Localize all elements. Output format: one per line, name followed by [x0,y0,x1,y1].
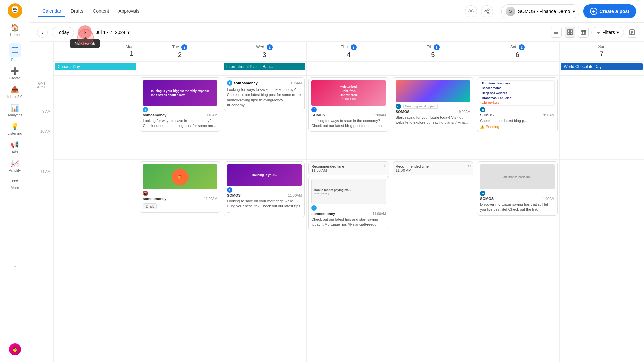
all-day-mon: Canada Day [54,62,138,75]
sun-11am-cell[interactable] [560,160,644,203]
post-card-thu-11am[interactable]: Goblin mode: paying off... somosmoney t … [308,176,389,230]
refresh-icon: ↻ [383,164,387,168]
ads-icon: 📢 [11,141,19,149]
canada-day-event[interactable]: Canada Day [55,63,136,70]
svg-point-4 [13,8,14,9]
calendar-toolbar: ‹ Today › Next week Jul 1 - 7, 2024 ▾ Fi… [30,23,644,42]
day-header-wed: Wed 2 3 [222,42,307,61]
post-image-preview: Goblin mode: paying off... somosmoney [311,179,386,204]
tab-content[interactable]: Content [89,6,113,17]
gmt-label: GMT -07:00 [30,79,53,92]
date-range-picker[interactable]: Jul 1 - 7, 2024 ▾ [96,29,130,35]
sat-10am-cell[interactable] [475,119,559,160]
sidebar-item-ads[interactable]: 📢 Ads [0,138,30,157]
svg-rect-6 [12,47,18,53]
sun-9am-cell[interactable] [560,76,644,119]
settings-button[interactable] [465,5,477,17]
thu-recommended-time[interactable]: Recommended time 11:00 AM ↻ [308,161,389,175]
wed-10am-cell[interactable] [222,119,306,160]
create-post-button[interactable]: + Create a post [583,4,636,18]
topnav-right: S SOMOS - Finance Demo ▾ + Create a post [465,4,636,18]
sidebar-item-listening[interactable]: 💡 Listening [0,120,30,138]
workspace-selector[interactable]: S SOMOS - Finance Demo ▾ [501,4,580,18]
prev-week-button[interactable]: ‹ [37,27,48,38]
inbox-icon: 📥 [11,85,19,94]
sidebar-item-amplify[interactable]: 📈 Amplify [0,157,30,175]
post-card-sat-11am[interactable]: Bad finance hack #82... in SOMOS 11:00AM… [477,161,557,216]
analytics-icon: 📊 [11,104,19,112]
all-day-fri [391,62,475,75]
amplify-icon: 📈 [11,159,19,167]
sidebar-collapse-btn[interactable]: ⌃ [0,262,30,274]
export-button[interactable] [627,27,637,38]
day-col-sun [560,76,644,362]
post-card-header: somosmoney 9:10AM [143,113,217,117]
tab-approvals[interactable]: Approvals [114,6,143,17]
share-button[interactable] [481,5,493,17]
svg-rect-19 [568,30,570,32]
days-header: Mon 1 Tue 2 2 Wed 2 3 Thu 2 4 Fri 1 5 [54,42,644,62]
svg-rect-21 [568,33,570,35]
day-col-mon [54,76,138,362]
all-day-row: Canada Day International Plastic Bag... … [54,62,644,76]
filters-button[interactable]: Filters ▾ [591,27,624,37]
svg-point-11 [488,9,489,10]
plastic-bag-event[interactable]: International Plastic Bag... [224,63,305,70]
list-view-button[interactable] [551,27,562,38]
today-button[interactable]: Today [52,27,74,37]
day-col-thu: Moisturized.Debt-free.Unbothered.It feel… [307,76,391,362]
post-card-wed-11am[interactable]: Housing is your... f SOMOS 11:00AM Looki… [224,161,305,217]
svg-rect-20 [570,30,572,32]
svg-rect-23 [581,30,586,34]
twitter-icon: t [227,80,232,86]
draft-badge: Draft [143,203,157,209]
sidebar-item-create[interactable]: ➕ Create [0,64,30,83]
tab-drafts[interactable]: Drafts [67,6,87,17]
post-card-header: SOMOS 11:00AM [480,197,554,201]
svg-point-2 [13,8,15,10]
more-dots-icon: ••• [12,178,18,185]
mon-10am-cell[interactable] [54,119,138,160]
sidebar-item-inbox[interactable]: 📥 Inbox 2.0 [0,83,30,101]
day-col-sat: Furniture designersSoccer momsDeep-sea w… [475,76,559,362]
tab-calendar[interactable]: Calendar [38,6,65,17]
user-avatar[interactable]: 👩 [9,343,21,355]
world-chocolate-day-event[interactable]: World Chocolate Day [561,63,643,70]
all-day-sat [475,62,559,75]
chevron-up-icon: ⌃ [13,265,16,269]
fri-10am-cell[interactable] [391,119,475,160]
mon-9am-cell[interactable] [54,76,138,119]
mon-11am-cell[interactable] [54,160,138,203]
post-image-pink: Moisturized.Debt-free.Unbothered.It feel… [311,80,386,106]
nav-tabs: Calendar Drafts Content Approvals [38,6,457,17]
app-logo[interactable] [8,3,22,18]
fri-recommended-time[interactable]: Recommended time 11:00 AM ↻ [393,161,473,175]
all-day-wed: International Plastic Bag... [222,62,307,75]
sidebar-item-analytics[interactable]: 📊 Analytics [0,101,30,120]
thu-10am-cell[interactable] [307,119,390,160]
sun-10am-cell[interactable] [560,119,644,160]
tue-10am-cell[interactable] [138,119,222,160]
grid-view-button[interactable] [565,27,575,38]
day-header-sun: Sun 7 [560,42,644,61]
post-card-wed-9am[interactable]: t somosmoney 9:05AM Looking for ways to … [224,77,305,111]
day-col-tue: Housing is your biggest monthly expense.… [138,76,222,362]
tue-9am-cell: Housing is your biggest monthly expense.… [138,76,222,119]
sidebar-item-home[interactable]: 🏠 Home [0,21,30,39]
tue-11am-cell: 🎁 📸 somosmoney 11:00AM Draft [138,160,222,203]
chevron-down-icon: ▾ [127,29,130,35]
post-card-header: SOMOS 9:00AM [311,113,386,117]
workspace-name: SOMOS - Finance Demo [518,9,570,14]
sidebar-item-plan[interactable]: Plan [0,41,30,64]
svg-point-5 [16,8,17,9]
sidebar-item-more[interactable]: ••• More [0,175,30,192]
svg-point-12 [485,10,486,12]
twitter-icon: t [311,205,317,211]
next-week-tooltip: Next week [70,39,100,48]
thu-9am-cell: Moisturized.Debt-free.Unbothered.It feel… [307,76,390,119]
day-col-wed: t somosmoney 9:05AM Looking for ways to … [222,76,307,362]
post-card-tue-11am[interactable]: 🎁 📸 somosmoney 11:00AM Draft [140,161,220,213]
month-view-button[interactable] [578,27,589,38]
sat-9am-cell: Furniture designersSoccer momsDeep-sea w… [475,76,559,119]
linkedin-icon: in [396,104,401,109]
